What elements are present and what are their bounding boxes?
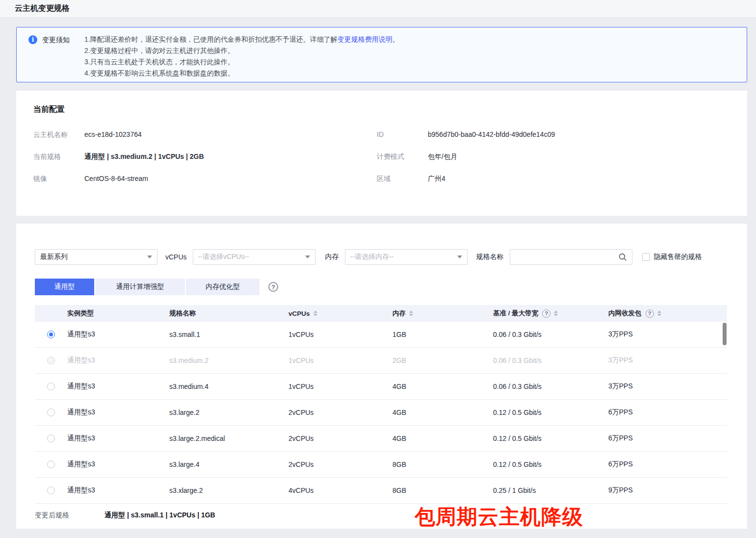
chevron-down-icon: [305, 256, 310, 258]
config-field-value: b956d7b0-baa0-4142-bfdd-49d0efe14c09: [428, 130, 555, 138]
cell-spec-name: s3.xlarge.2: [169, 487, 288, 494]
cell-memory: 4GB: [392, 383, 493, 390]
table-row-s3.large.2.medical[interactable]: 通用型s3s3.large.2.medical2vCPUs4GB0.12 / 0…: [35, 426, 727, 452]
table-row-s3.small.1[interactable]: 通用型s3s3.small.11vCPUs1GB0.06 / 0.3 Gbit/…: [35, 322, 727, 348]
cell-pps: 3万PPS: [608, 382, 727, 391]
flavor-tabs: 通用型通用计算增强型内存优化型 ?: [35, 279, 747, 295]
config-field-current-spec: 当前规格通用型 | s3.medium.2 | 1vCPUs | 2GB: [33, 153, 377, 161]
row-radio-s3.xlarge.2[interactable]: [47, 487, 55, 494]
notice-lines: 1.降配退还差价时，退还实付金额，已使用的代金券和折扣优惠不予退还。详细了解变更…: [84, 34, 399, 82]
tab-通用计算增强型[interactable]: 通用计算增强型: [95, 279, 185, 295]
result-label: 变更后规格: [35, 511, 104, 520]
filter-row: 最新系列 vCPUs --请选择vCPUs-- 内存 --请选择内存-- 规格名…: [35, 249, 747, 265]
spec-name-search-input[interactable]: [515, 253, 618, 261]
tabs-help-icon[interactable]: ?: [268, 282, 278, 292]
memory-filter-label: 内存: [325, 253, 339, 261]
cell-memory: 1GB: [392, 331, 493, 338]
cell-spec-name: s3.large.2.medical: [169, 435, 288, 442]
current-config-grid: 云主机名称ecs-e18d-1023764IDb956d7b0-baa0-414…: [33, 130, 747, 183]
sort-icon[interactable]: [409, 310, 413, 316]
hide-soldout-checkbox-wrap[interactable]: 隐藏售罄的规格: [642, 253, 702, 261]
hide-soldout-checkbox[interactable]: [642, 253, 650, 261]
cell-pps: 3万PPS: [608, 356, 727, 365]
column-header-label: 内存: [392, 309, 406, 318]
row-radio-s3.large.4[interactable]: [47, 461, 55, 468]
fee-description-link[interactable]: 变更规格费用说明: [338, 35, 392, 43]
column-header-实例类型: 实例类型: [67, 309, 169, 318]
current-config-title: 当前配置: [33, 104, 747, 115]
row-radio-s3.medium.4[interactable]: [47, 383, 55, 390]
row-radio-s3.small.1[interactable]: [47, 331, 55, 338]
notice-label: 变更须知: [42, 34, 70, 82]
vcpus-select-placeholder: --请选择vCPUs--: [198, 253, 305, 261]
column-header-vCPUs: vCPUs: [288, 310, 392, 317]
cell-memory: 8GB: [392, 487, 493, 494]
notice-line-1: 1.降配退还差价时，退还实付金额，已使用的代金券和折扣优惠不予退还。详细了解变更…: [84, 34, 399, 45]
table-row-s3.xlarge.2[interactable]: 通用型s3s3.xlarge.24vCPUs8GB0.25 / 1 Gbit/s…: [35, 478, 727, 504]
search-icon[interactable]: [618, 253, 627, 261]
config-field-label: 云主机名称: [33, 130, 84, 139]
config-field-label: ID: [377, 130, 428, 138]
cell-instance-type: 通用型s3: [67, 382, 169, 391]
sort-down-arrow: [554, 314, 558, 316]
radio-cell: [35, 383, 67, 390]
chevron-down-icon: [457, 256, 462, 258]
cell-bandwidth: 0.12 / 0.5 Gbit/s: [493, 409, 608, 416]
result-row: 变更后规格 通用型 | s3.small.1 | 1vCPUs | 1GB: [35, 508, 747, 523]
chevron-down-icon: [147, 256, 152, 258]
cell-bandwidth: 0.06 / 0.3 Gbit/s: [493, 357, 608, 364]
column-header-label: 实例类型: [67, 309, 94, 318]
sort-down-arrow: [657, 314, 661, 316]
sort-icon[interactable]: [657, 310, 661, 316]
current-config-card: 当前配置 云主机名称ecs-e18d-1023764IDb956d7b0-baa…: [16, 91, 747, 216]
cell-instance-type: 通用型s3: [67, 486, 169, 495]
column-header-label: vCPUs: [288, 310, 310, 317]
table-row-s3.large.2[interactable]: 通用型s3s3.large.22vCPUs4GB0.12 / 0.5 Gbit/…: [35, 400, 727, 426]
cell-bandwidth: 0.12 / 0.5 Gbit/s: [493, 435, 608, 442]
column-help-icon[interactable]: ?: [542, 309, 550, 318]
cell-vcpus: 2vCPUs: [288, 435, 392, 442]
sort-down-arrow: [313, 314, 317, 316]
cell-instance-type: 通用型s3: [67, 356, 169, 365]
radio-cell: [35, 331, 67, 338]
config-field-label: 计费模式: [377, 153, 428, 161]
cell-vcpus: 1vCPUs: [288, 357, 392, 364]
sort-icon[interactable]: [554, 310, 558, 316]
config-field-label: 区域: [377, 175, 428, 183]
sort-icon[interactable]: [313, 310, 317, 316]
table-scrollbar[interactable]: [723, 323, 727, 345]
red-annotation-text: 包周期云主机降级: [415, 503, 583, 531]
column-header-内网收发包: 内网收发包?: [608, 309, 727, 318]
column-header-基准 / 最大带宽: 基准 / 最大带宽?: [493, 309, 608, 318]
table-row-s3.medium.4[interactable]: 通用型s3s3.medium.41vCPUs4GB0.06 / 0.3 Gbit…: [35, 374, 727, 400]
row-radio-s3.large.2.medical[interactable]: [47, 435, 55, 442]
tab-内存优化型[interactable]: 内存优化型: [186, 279, 260, 295]
radio-cell: [35, 357, 67, 364]
tab-通用型[interactable]: 通用型: [35, 279, 94, 295]
series-select[interactable]: 最新系列: [35, 249, 157, 265]
table-row-s3.medium.2: 通用型s3s3.medium.21vCPUs2GB0.06 / 0.3 Gbit…: [35, 348, 727, 374]
column-help-icon[interactable]: ?: [646, 309, 654, 318]
cell-memory: 4GB: [392, 435, 493, 442]
table-row-s3.large.4[interactable]: 通用型s3s3.large.42vCPUs8GB0.12 / 0.5 Gbit/…: [35, 452, 727, 478]
config-field-id: IDb956d7b0-baa0-4142-bfdd-49d0efe14c09: [377, 130, 747, 139]
config-field-name: 云主机名称ecs-e18d-1023764: [33, 130, 377, 139]
memory-select-placeholder: --请选择内存--: [350, 253, 457, 261]
column-header-label: 规格名称: [169, 309, 196, 318]
vcpus-select[interactable]: --请选择vCPUs--: [193, 249, 315, 265]
sort-up-arrow: [554, 310, 558, 313]
config-field-value: 包年/包月: [428, 153, 457, 161]
cell-vcpus: 2vCPUs: [288, 409, 392, 416]
radio-cell: [35, 409, 67, 416]
vcpus-filter-label: vCPUs: [165, 253, 187, 261]
row-radio-s3.large.2[interactable]: [47, 409, 55, 416]
config-field-value: 通用型 | s3.medium.2 | 1vCPUs | 2GB: [84, 153, 204, 161]
cell-pps: 6万PPS: [608, 434, 727, 443]
memory-select[interactable]: --请选择内存--: [345, 249, 468, 265]
config-field-region: 区域广州4: [377, 175, 747, 183]
column-header-内存: 内存: [392, 309, 493, 318]
config-field-label: 当前规格: [33, 153, 84, 161]
sort-up-arrow: [657, 310, 661, 313]
cell-vcpus: 2vCPUs: [288, 461, 392, 468]
config-field-value: 广州4: [428, 175, 445, 183]
